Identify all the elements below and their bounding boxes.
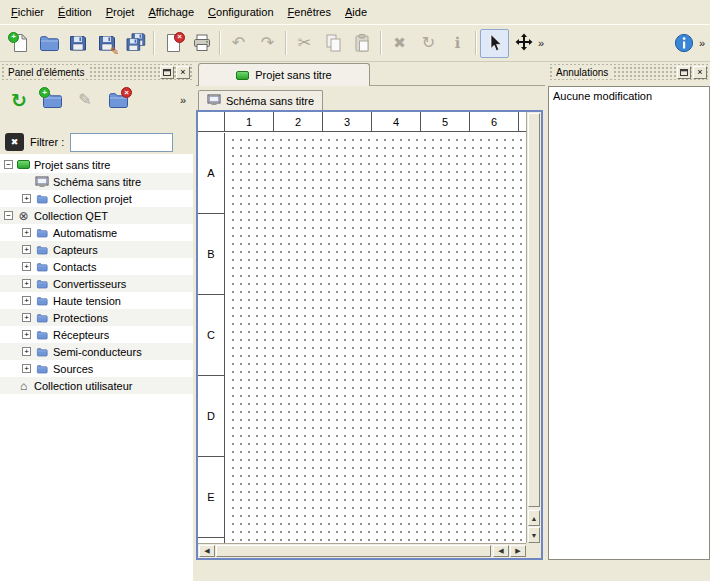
arrow-down-icon: ▼ [531, 532, 538, 539]
tree-item-sources[interactable]: + Sources [0, 360, 193, 377]
tree-item-schema-sans-titre[interactable]: Schéma sans titre [0, 173, 193, 190]
menu-configuration[interactable]: Configuration [201, 3, 280, 21]
tree-item-collection-utilisateur[interactable]: ⌂ Collection utilisateur [0, 377, 193, 394]
expand-icon[interactable]: + [22, 313, 31, 322]
panel-overflow-chevron[interactable]: » [180, 94, 189, 106]
paste-button[interactable] [348, 29, 377, 58]
toolbar-separator [380, 31, 382, 55]
tree-item-collection-projet[interactable]: + Collection projet [0, 190, 193, 207]
tree-item-label: Schéma sans titre [53, 176, 141, 188]
menu-projet[interactable]: Projet [99, 3, 142, 21]
tree-item-collection-qet[interactable]: − ⊗ Collection QET [0, 207, 193, 224]
tree-item-automatisme[interactable]: + Automatisme [0, 224, 193, 241]
ruler-corner [198, 112, 225, 131]
arrow-right-icon: ▶ [515, 547, 520, 555]
scroll-left-button-2[interactable]: ◀ [493, 545, 509, 557]
reload-collections-button[interactable]: ↻ [4, 85, 34, 115]
horizontal-scrollbar-thumb[interactable] [216, 545, 491, 557]
expand-icon[interactable]: + [22, 296, 31, 305]
new-document-button[interactable]: + [5, 29, 34, 58]
tree-item-semi-conducteurs[interactable]: + Semi-conducteurs [0, 343, 193, 360]
info-button[interactable]: ℹ [443, 29, 472, 58]
new-element-button[interactable]: + [37, 85, 67, 115]
print-button[interactable] [187, 29, 216, 58]
undo-button[interactable]: ↶ [224, 29, 253, 58]
float-panel-button[interactable] [160, 66, 174, 79]
redo-icon: ↷ [261, 35, 274, 51]
undo-panel-header[interactable]: Annulations × [548, 64, 710, 80]
cut-button[interactable]: ✂ [290, 29, 319, 58]
column-label: 5 [421, 112, 470, 131]
edit-element-button[interactable]: ✎ [70, 85, 100, 115]
expand-icon[interactable]: + [22, 364, 31, 373]
tab-schema-sans-titre[interactable]: Schéma sans titre [198, 90, 323, 110]
arrow-up-icon: ▲ [531, 515, 538, 522]
expand-icon[interactable]: + [22, 330, 31, 339]
collapse-icon[interactable]: − [4, 211, 13, 220]
delete-element-button[interactable]: × [103, 85, 133, 115]
plus-icon: + [8, 32, 19, 43]
diagram-canvas[interactable] [226, 133, 526, 543]
expand-icon[interactable]: + [22, 347, 31, 356]
menu-affichage[interactable]: Affichage [141, 3, 201, 21]
help-toolbar-overflow-chevron[interactable]: » [699, 37, 705, 49]
filter-input[interactable] [70, 133, 173, 152]
float-panel-button[interactable] [677, 66, 691, 79]
save-all-button[interactable] [121, 29, 150, 58]
tree-item-contacts[interactable]: + Contacts [0, 258, 193, 275]
undo-history-list[interactable]: Aucune modification [548, 86, 710, 560]
menu-fenetres[interactable]: Fenêtres [281, 3, 338, 21]
scroll-down-button[interactable]: ▼ [528, 527, 540, 543]
toolbar-overflow-chevron[interactable]: » [538, 37, 544, 49]
row-label: E [198, 457, 224, 538]
tree-item-haute-tension[interactable]: + Haute tension [0, 292, 193, 309]
undo-panel-title: Annulations [552, 67, 612, 78]
vertical-scrollbar-thumb[interactable] [528, 113, 540, 507]
redo-button[interactable]: ↷ [253, 29, 282, 58]
expand-icon[interactable]: + [22, 245, 31, 254]
tree-item-recepteurs[interactable]: + Récepteurs [0, 326, 193, 343]
delete-icon: ✖ [393, 36, 406, 51]
menu-edition[interactable]: Édition [51, 3, 99, 21]
scroll-left-button[interactable]: ◀ [199, 545, 215, 557]
tree-item-projet-sans-titre[interactable]: − Projet sans titre [0, 156, 193, 173]
vertical-scrollbar[interactable]: ▲ ▼ [526, 112, 541, 543]
menu-aide[interactable]: Aide [338, 3, 374, 21]
expand-icon[interactable]: + [22, 279, 31, 288]
elements-panel-toolbar: ↻ + ✎ × » [0, 80, 193, 120]
delete-button[interactable]: ✖ [385, 29, 414, 58]
rotate-button[interactable]: ↻ [414, 29, 443, 58]
close-icon: × [697, 68, 702, 77]
tree-item-capteurs[interactable]: + Capteurs [0, 241, 193, 258]
tree-item-convertisseurs[interactable]: + Convertisseurs [0, 275, 193, 292]
close-panel-button[interactable]: × [693, 66, 707, 79]
save-button[interactable] [63, 29, 92, 58]
scroll-right-button[interactable]: ▶ [510, 545, 526, 557]
expand-icon[interactable]: + [22, 228, 31, 237]
expand-icon[interactable]: + [22, 194, 31, 203]
horizontal-scrollbar[interactable]: ◀ ◀ ▶ [198, 543, 526, 558]
diagram-view: 1 2 3 4 5 6 A B C D E ▲ ▼ [196, 110, 543, 560]
menu-fichier[interactable]: Fichier [4, 3, 51, 21]
expand-icon[interactable]: + [22, 262, 31, 271]
tree-item-protections[interactable]: + Protections [0, 309, 193, 326]
close-file-button[interactable]: × [158, 29, 187, 58]
select-tool-button[interactable] [480, 29, 509, 58]
column-ruler: 1 2 3 4 5 6 [198, 112, 526, 132]
collapse-icon[interactable]: − [4, 160, 13, 169]
scroll-up-button[interactable]: ▲ [528, 510, 540, 526]
copy-button[interactable] [319, 29, 348, 58]
close-badge-icon: × [174, 32, 185, 43]
about-button[interactable] [670, 29, 699, 58]
clear-filter-button[interactable]: ✖ [5, 133, 24, 151]
tree-item-label: Protections [53, 312, 108, 324]
elements-panel-header[interactable]: Panel d'éléments × [0, 64, 193, 80]
move-tool-button[interactable] [509, 29, 538, 58]
close-panel-button[interactable]: × [176, 66, 190, 79]
open-document-button[interactable] [34, 29, 63, 58]
workspace: Projet sans titre Schéma sans titre 1 2 … [196, 62, 545, 581]
tab-projet-sans-titre[interactable]: Projet sans titre [198, 63, 370, 86]
info-icon: ℹ [455, 36, 461, 51]
filter-row: ✖ Filtrer : [0, 130, 193, 154]
save-as-button[interactable]: ✎ [92, 29, 121, 58]
